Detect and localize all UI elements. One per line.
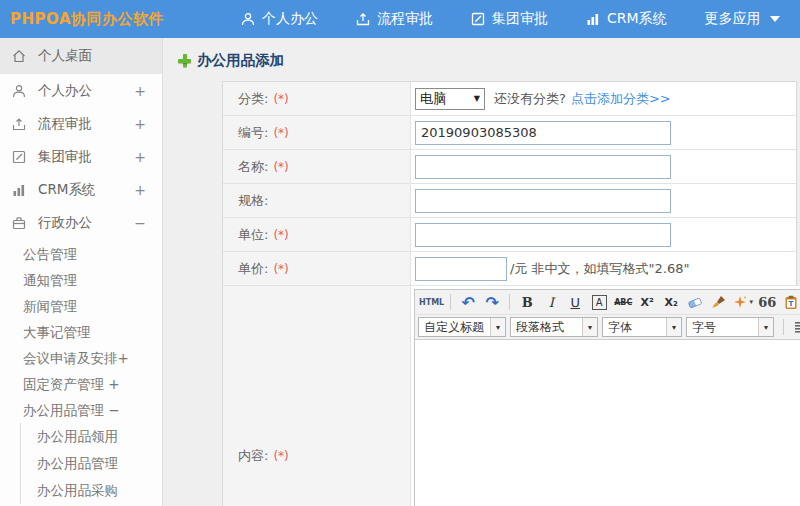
paste-as-text-button[interactable]: T bbox=[780, 292, 800, 312]
sidebar-item-memorabilia-mgmt[interactable]: 大事记管理 bbox=[0, 319, 162, 345]
admin-office-submenu: 公告管理 通知管理 新闻管理 大事记管理 会议申请及安排+ 固定资产管理 + 办… bbox=[0, 241, 162, 504]
toolbar-separator bbox=[509, 294, 510, 310]
nav-label: 集团审批 bbox=[492, 10, 548, 28]
rich-text-editor: HTML ↶ ↷ B I U A ABC X² X₂ bbox=[414, 289, 800, 506]
sidebar-item-process-approval[interactable]: 流程审批 + bbox=[0, 107, 162, 140]
edit-icon bbox=[12, 150, 28, 164]
expand-plus-icon: + bbox=[134, 149, 146, 165]
field-label: 单位: bbox=[238, 226, 268, 244]
underline-button[interactable]: U bbox=[564, 292, 586, 312]
nav-group-approval[interactable]: 集团审批 bbox=[471, 10, 548, 28]
font-size-dropdown[interactable]: 字号 ▾ bbox=[686, 317, 774, 337]
bold-button[interactable]: B bbox=[516, 292, 538, 312]
add-category-link[interactable]: 点击添加分类>> bbox=[571, 90, 671, 108]
paragraph-format-dropdown[interactable]: 段落格式 ▾ bbox=[510, 317, 598, 337]
sparkle-icon bbox=[733, 295, 747, 309]
strikethrough-button[interactable]: ABC bbox=[612, 292, 634, 312]
top-nav: 个人办公 流程审批 集团审批 CRM系统 更多应用 bbox=[241, 10, 800, 28]
remove-format-eraser-button[interactable] bbox=[684, 292, 706, 312]
form-row-spec: 规格: bbox=[223, 184, 796, 218]
caret-down-icon: ▾ bbox=[490, 318, 505, 336]
nav-label: CRM系统 bbox=[607, 10, 667, 28]
category-select[interactable]: 电脑 ▼ bbox=[415, 88, 485, 110]
custom-title-dropdown[interactable]: 自定义标题 ▾ bbox=[418, 317, 506, 337]
toolbar-separator bbox=[450, 294, 451, 310]
align-left-button[interactable] bbox=[790, 317, 800, 337]
form-row-content: 内容: (*) HTML ↶ ↷ B I U A ABC bbox=[223, 286, 796, 506]
italic-button[interactable]: I bbox=[540, 292, 562, 312]
sidebar-item-news-mgmt[interactable]: 新闻管理 bbox=[0, 293, 162, 319]
briefcase-icon bbox=[12, 216, 28, 230]
required-mark: (*) bbox=[273, 92, 288, 106]
editor-content-area[interactable] bbox=[415, 340, 800, 506]
name-input[interactable] bbox=[415, 155, 671, 179]
field-label: 分类: bbox=[238, 90, 268, 108]
nav-personal-office[interactable]: 个人办公 bbox=[241, 10, 318, 28]
sidebar-item-label: 流程审批 bbox=[38, 115, 92, 133]
caret-down-icon bbox=[770, 16, 780, 22]
chart-icon bbox=[12, 183, 28, 197]
field-label: 名称: bbox=[238, 158, 268, 176]
font-family-dropdown[interactable]: 字体 ▾ bbox=[602, 317, 682, 337]
superscript-button[interactable]: X² bbox=[636, 292, 658, 312]
form-row-unit: 单位: (*) bbox=[223, 218, 796, 252]
code-input[interactable] bbox=[415, 121, 671, 145]
name-label-cell: 名称: (*) bbox=[223, 150, 411, 183]
required-mark: (*) bbox=[273, 228, 288, 242]
auto-typeset-button[interactable]: ▾ bbox=[732, 292, 754, 312]
sidebar-item-admin-office[interactable]: 行政办公 − bbox=[0, 206, 162, 239]
sidebar-item-supplies-purchase[interactable]: 办公用品采购 bbox=[21, 477, 162, 504]
expand-plus-icon: + bbox=[134, 182, 146, 198]
office-supplies-submenu: 办公用品领用 办公用品管理 办公用品采购 bbox=[20, 423, 162, 504]
required-mark: (*) bbox=[273, 262, 288, 276]
sidebar-item-crm-system[interactable]: CRM系统 + bbox=[0, 173, 162, 206]
blockquote-button[interactable]: 66 bbox=[756, 292, 778, 312]
form-row-category: 分类: (*) 电脑 ▼ 还没有分类? 点击添加分类>> bbox=[223, 82, 796, 116]
nav-more-apps[interactable]: 更多应用 bbox=[705, 10, 780, 28]
spec-input[interactable] bbox=[415, 189, 671, 213]
sidebar-item-announcement-mgmt[interactable]: 公告管理 bbox=[0, 241, 162, 267]
field-label: 编号: bbox=[238, 124, 268, 142]
sidebar: 个人桌面 个人办公 + 流程审批 + 集团审批 + CRM系统 + 行政办公 −… bbox=[0, 38, 163, 506]
sidebar-item-label: 集团审批 bbox=[38, 148, 92, 166]
sidebar-item-meeting-request[interactable]: 会议申请及安排+ bbox=[0, 345, 162, 371]
undo-button[interactable]: ↶ bbox=[457, 292, 479, 312]
sidebar-item-personal-desktop[interactable]: 个人桌面 bbox=[0, 38, 162, 74]
code-label-cell: 编号: (*) bbox=[223, 116, 411, 149]
sidebar-item-supplies-receive[interactable]: 办公用品领用 bbox=[21, 423, 162, 450]
unit-input[interactable] bbox=[415, 223, 671, 247]
nav-crm-system[interactable]: CRM系统 bbox=[586, 10, 667, 28]
app-logo: PHPOA协同办公软件 bbox=[0, 10, 163, 29]
nav-label: 更多应用 bbox=[705, 10, 761, 28]
sidebar-item-fixed-assets-mgmt[interactable]: 固定资产管理 + bbox=[0, 371, 162, 397]
caret-down-icon: ▾ bbox=[666, 318, 681, 336]
sidebar-item-group-approval[interactable]: 集团审批 + bbox=[0, 140, 162, 173]
expand-plus-icon: + bbox=[134, 116, 146, 132]
editor-toolbar-row2: 自定义标题 ▾ 段落格式 ▾ 字体 ▾ 字号 ▾ bbox=[415, 315, 800, 340]
nav-process-approval[interactable]: 流程审批 bbox=[356, 10, 433, 28]
font-border-button[interactable]: A bbox=[588, 292, 610, 312]
top-bar: PHPOA协同办公软件 个人办公 流程审批 集团审批 CRM系统 更多应用 bbox=[0, 0, 800, 38]
expand-plus-icon: + bbox=[134, 83, 146, 99]
price-input[interactable] bbox=[415, 257, 507, 281]
source-code-button[interactable]: HTML bbox=[419, 292, 444, 312]
dropdown-label: 字号 bbox=[687, 319, 758, 336]
subscript-button[interactable]: X₂ bbox=[660, 292, 682, 312]
clipboard-icon: T bbox=[784, 295, 798, 310]
person-icon bbox=[12, 84, 28, 98]
sidebar-item-supplies-manage[interactable]: 办公用品管理 bbox=[21, 450, 162, 477]
sidebar-item-notice-mgmt[interactable]: 通知管理 bbox=[0, 267, 162, 293]
sidebar-item-personal-office[interactable]: 个人办公 + bbox=[0, 74, 162, 107]
price-label-cell: 单价: (*) bbox=[223, 252, 411, 285]
category-label-cell: 分类: (*) bbox=[223, 82, 411, 115]
name-value-cell bbox=[411, 150, 796, 183]
font-border-glyph: A bbox=[592, 295, 607, 310]
approval-icon bbox=[12, 117, 28, 131]
redo-button[interactable]: ↷ bbox=[481, 292, 503, 312]
format-brush-button[interactable] bbox=[708, 292, 730, 312]
add-plus-icon bbox=[178, 54, 191, 67]
caret-down-icon: ▾ bbox=[758, 318, 773, 336]
selected-option: 电脑 bbox=[420, 90, 446, 108]
sidebar-item-office-supplies-mgmt[interactable]: 办公用品管理 − bbox=[0, 397, 162, 423]
price-value-cell: /元 非中文，如填写格式"2.68" bbox=[411, 252, 796, 285]
